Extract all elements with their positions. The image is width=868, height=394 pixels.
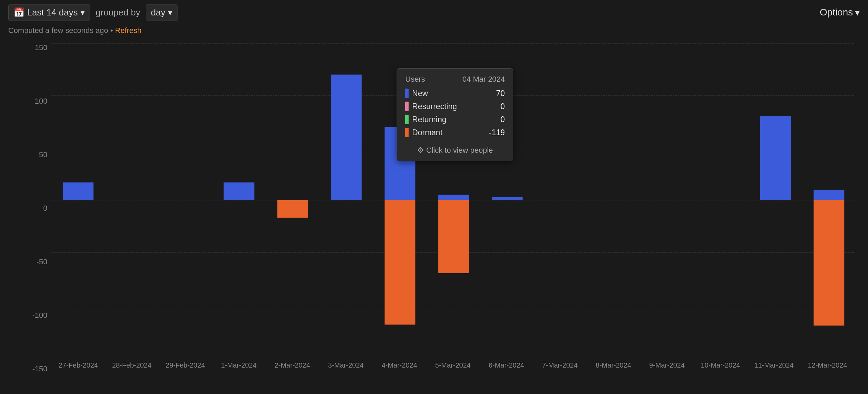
tooltip-action-label: Click to view people	[426, 146, 493, 154]
tooltip-value-resurrecting: 0	[501, 102, 505, 111]
tooltip-color-resurrecting	[405, 102, 409, 111]
x-label-27feb: 27-Feb-2024	[52, 361, 105, 369]
options-label: Options	[820, 7, 853, 18]
bars-container: Users 04 Mar 2024 New 70 Resurrecting	[52, 43, 854, 357]
x-label-1mar: 1-Mar-2024	[212, 361, 266, 369]
settings-icon: ⚙	[417, 146, 424, 154]
options-button[interactable]: Options ▾	[820, 7, 860, 18]
svg-rect-11	[814, 200, 845, 326]
grouped-by-dropdown[interactable]: day ▾	[146, 4, 178, 21]
x-label-12mar: 12-Mar-2024	[801, 361, 854, 369]
y-label-0: 0	[43, 204, 47, 213]
svg-rect-0	[63, 182, 94, 200]
x-label-28feb: 28-Feb-2024	[105, 361, 159, 369]
grouped-by-value: day	[151, 7, 165, 18]
x-label-11mar: 11-Mar-2024	[747, 361, 801, 369]
svg-rect-10	[814, 190, 845, 200]
x-label-29feb: 29-Feb-2024	[159, 361, 212, 369]
tooltip-color-new	[405, 89, 409, 98]
y-label-100: 100	[35, 97, 47, 106]
x-label-7mar: 7-Mar-2024	[533, 361, 587, 369]
subtitle-bar: Computed a few seconds ago • Refresh	[0, 25, 868, 40]
y-label-50: 50	[39, 150, 47, 159]
computed-text: Computed a few seconds ago	[8, 26, 108, 35]
svg-rect-7	[438, 200, 469, 273]
tooltip-divider	[405, 141, 505, 141]
top-bar: 📅 Last 14 days ▾ grouped by day ▾ Option…	[0, 0, 868, 25]
tooltip-header-right: 04 Mar 2024	[462, 75, 505, 84]
tooltip-color-dormant	[405, 128, 409, 137]
tooltip-color-returning	[405, 115, 409, 124]
x-label-8mar: 8-Mar-2024	[587, 361, 640, 369]
svg-rect-1	[224, 182, 254, 200]
svg-rect-8	[492, 197, 523, 200]
tooltip-value-dormant: -119	[489, 128, 505, 137]
chevron-down-icon-3: ▾	[855, 7, 860, 18]
y-label-n100: -100	[32, 311, 47, 320]
x-label-9mar: 9-Mar-2024	[640, 361, 694, 369]
calendar-icon: 📅	[13, 7, 24, 18]
y-label-n50: -50	[36, 257, 47, 266]
grouped-by-label: grouped by	[95, 7, 140, 18]
tooltip-row-resurrecting: Resurrecting 0	[405, 102, 505, 111]
tooltip: Users 04 Mar 2024 New 70 Resurrecting	[397, 68, 513, 161]
svg-rect-3	[331, 74, 362, 200]
x-label-5mar: 5-Mar-2024	[426, 361, 480, 369]
refresh-link[interactable]: Refresh	[115, 26, 141, 35]
x-label-4mar: 4-Mar-2024	[373, 361, 426, 369]
svg-rect-2	[277, 200, 308, 218]
x-label-2mar: 2-Mar-2024	[265, 361, 319, 369]
tooltip-label-new: New	[412, 89, 428, 98]
svg-rect-6	[438, 195, 469, 200]
tooltip-row-returning: Returning 0	[405, 115, 505, 124]
x-label-10mar: 10-Mar-2024	[694, 361, 747, 369]
tooltip-row-new: New 70	[405, 89, 505, 98]
y-label-150: 150	[35, 43, 47, 52]
chevron-down-icon: ▾	[80, 7, 85, 18]
tooltip-label-returning: Returning	[412, 115, 446, 124]
y-label-n150: -150	[32, 364, 47, 373]
tooltip-row-dormant: Dormant -119	[405, 128, 505, 137]
tooltip-header: Users 04 Mar 2024	[405, 75, 505, 84]
tooltip-label-resurrecting: Resurrecting	[412, 102, 457, 111]
tooltip-value-returning: 0	[501, 115, 505, 124]
date-range-label: Last 14 days	[27, 7, 78, 18]
tooltip-label-dormant: Dormant	[412, 128, 442, 137]
chevron-down-icon-2: ▾	[168, 7, 172, 18]
tooltip-header-left: Users	[405, 75, 425, 84]
tooltip-value-new: 70	[496, 89, 505, 98]
date-range-dropdown[interactable]: 📅 Last 14 days ▾	[8, 4, 90, 21]
svg-rect-9	[760, 116, 791, 200]
x-label-6mar: 6-Mar-2024	[480, 361, 533, 369]
separator: •	[110, 26, 115, 35]
chart-area: 150 100 50 0 -50 -100 -150	[0, 40, 868, 394]
tooltip-action[interactable]: ⚙ Click to view people	[405, 144, 505, 155]
y-axis: 150 100 50 0 -50 -100 -150	[27, 43, 52, 373]
x-label-3mar: 3-Mar-2024	[319, 361, 373, 369]
x-axis: 27-Feb-2024 28-Feb-2024 29-Feb-2024 1-Ma…	[52, 357, 854, 373]
